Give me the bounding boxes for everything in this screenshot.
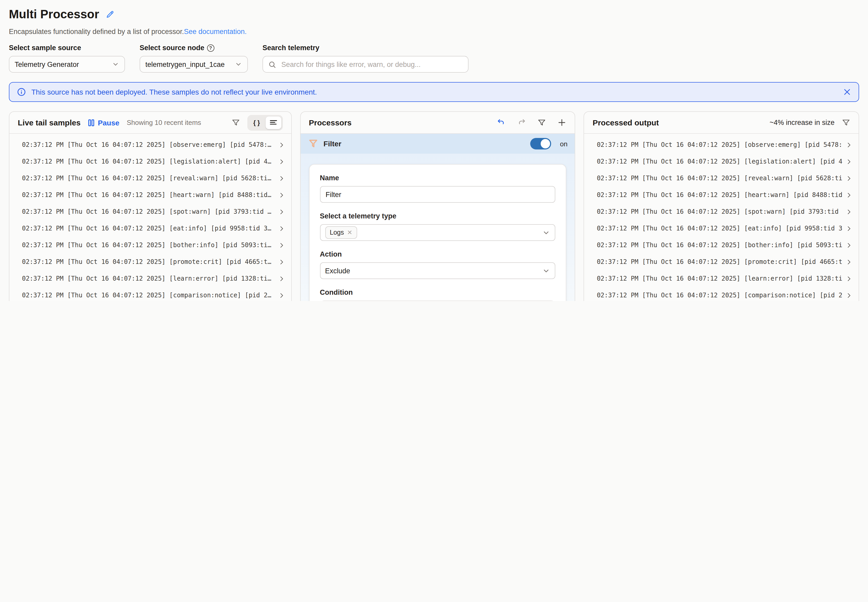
log-row[interactable]: 02:37:12 PM [Thu Oct 16 04:07:12 2025] […	[584, 203, 859, 220]
condition-label: Condition	[320, 289, 555, 296]
log-row[interactable]: 02:37:12 PM [Thu Oct 16 04:07:12 2025] […	[584, 187, 859, 203]
search-icon	[268, 60, 276, 68]
search-input[interactable]	[280, 60, 463, 69]
log-row[interactable]: 02:37:12 PM [Thu Oct 16 04:07:12 2025] […	[584, 220, 859, 237]
pause-button[interactable]: Pause	[88, 118, 120, 127]
log-row[interactable]: 02:37:12 PM [Thu Oct 16 04:07:12 2025] […	[584, 270, 859, 287]
processed-output-title: Processed output	[593, 118, 659, 127]
log-row[interactable]: 02:37:12 PM [Thu Oct 16 04:07:12 2025] […	[9, 153, 291, 170]
list-view-button[interactable]	[265, 116, 281, 129]
filter-form-card: Name Select a telemetry type Logs ✕	[309, 164, 566, 301]
live-tail-list: 02:37:12 PM [Thu Oct 16 04:07:12 2025] […	[9, 134, 291, 301]
edit-icon[interactable]	[105, 10, 114, 19]
log-row[interactable]: 02:37:12 PM [Thu Oct 16 04:07:12 2025] […	[584, 287, 859, 301]
chevron-right-icon[interactable]	[845, 292, 852, 299]
processed-output-panel: Processed output ~4% increase in size 02…	[584, 111, 859, 301]
help-icon[interactable]: ?	[207, 44, 214, 51]
log-row[interactable]: 02:37:12 PM [Thu Oct 16 04:07:12 2025] […	[9, 237, 291, 253]
name-input[interactable]	[320, 186, 555, 203]
filter-processor-header[interactable]: Filter on	[300, 134, 575, 154]
processors-title: Processors	[309, 118, 351, 127]
chevron-right-icon[interactable]	[845, 208, 852, 215]
log-row[interactable]: 02:37:12 PM [Thu Oct 16 04:07:12 2025] […	[9, 137, 291, 153]
chevron-down-icon	[235, 61, 242, 68]
page-subtitle: Encapsulates functionality defined by a …	[9, 28, 859, 35]
multi-processor-page: Multi Processor Encapsulates functionali…	[0, 0, 868, 301]
chevron-right-icon[interactable]	[278, 225, 285, 232]
chevron-down-icon	[112, 61, 119, 68]
processors-panel: Processors	[300, 111, 575, 301]
log-row[interactable]: 02:37:12 PM [Thu Oct 16 04:07:12 2025] […	[9, 203, 291, 220]
banner-text: This source has not been deployed. These…	[31, 88, 838, 96]
log-row[interactable]: 02:37:12 PM [Thu Oct 16 04:07:12 2025] […	[584, 137, 859, 153]
chevron-down-icon	[543, 229, 550, 236]
sample-source-label: Select sample source	[9, 44, 125, 52]
close-icon[interactable]	[843, 88, 851, 96]
live-tail-status: Showing 10 recent items	[127, 118, 201, 126]
size-note: ~4% increase in size	[770, 118, 834, 126]
chevron-right-icon[interactable]	[278, 242, 285, 249]
telemetry-chip: Logs ✕	[325, 226, 357, 239]
chevron-right-icon[interactable]	[278, 192, 285, 198]
filter-toggle[interactable]	[530, 138, 551, 149]
log-row[interactable]: 02:37:12 PM [Thu Oct 16 04:07:12 2025] […	[584, 153, 859, 170]
name-label: Name	[320, 174, 555, 182]
chevron-right-icon[interactable]	[845, 242, 852, 249]
log-row[interactable]: 02:37:12 PM [Thu Oct 16 04:07:12 2025] […	[9, 187, 291, 203]
chevron-down-icon	[543, 267, 550, 275]
log-row[interactable]: 02:37:12 PM [Thu Oct 16 04:07:12 2025] […	[584, 237, 859, 253]
log-row[interactable]: 02:37:12 PM [Thu Oct 16 04:07:12 2025] […	[9, 270, 291, 287]
chevron-right-icon[interactable]	[278, 292, 285, 299]
filter-processor-name: Filter	[323, 140, 525, 148]
see-documentation-link[interactable]: See documentation.	[184, 28, 246, 35]
filter-processor-icon	[308, 138, 318, 149]
pause-icon	[88, 119, 95, 126]
chevron-right-icon[interactable]	[845, 158, 852, 165]
chevron-right-icon[interactable]	[845, 192, 852, 198]
filter-form-section: Name Select a telemetry type Logs ✕	[300, 154, 575, 301]
chevron-right-icon[interactable]	[845, 225, 852, 232]
telemetry-type-label: Select a telemetry type	[320, 212, 555, 220]
search-telemetry-label: Search telemetry	[263, 44, 468, 52]
condition-expression[interactable]: IsMatch(body, "debug]") and IsMatch(body…	[320, 301, 555, 301]
info-icon	[17, 87, 26, 97]
log-row[interactable]: 02:37:12 PM [Thu Oct 16 04:07:12 2025] […	[9, 170, 291, 187]
log-row[interactable]: 02:37:12 PM [Thu Oct 16 04:07:12 2025] […	[584, 170, 859, 187]
live-tail-title: Live tail samples	[18, 118, 80, 127]
remove-chip-icon[interactable]: ✕	[347, 229, 352, 236]
chevron-right-icon[interactable]	[278, 258, 285, 265]
live-tail-panel: Live tail samples Pause Showing 10 recen…	[9, 111, 291, 301]
sample-source-select[interactable]: Telemetry Generator	[9, 56, 125, 73]
chevron-right-icon[interactable]	[278, 175, 285, 181]
filter-icon[interactable]	[538, 118, 546, 127]
chevron-right-icon[interactable]	[845, 258, 852, 265]
chevron-right-icon[interactable]	[845, 141, 852, 148]
telemetry-type-select[interactable]: Logs ✕	[320, 224, 555, 241]
chevron-right-icon[interactable]	[278, 141, 285, 148]
log-row[interactable]: 02:37:12 PM [Thu Oct 16 04:07:12 2025] […	[584, 253, 859, 270]
toggle-state-label: on	[560, 140, 568, 147]
source-node-select[interactable]: telemetrygen_input_1cae	[140, 56, 248, 73]
list-view-icon	[269, 120, 277, 126]
source-node-label: Select source node ?	[140, 44, 248, 52]
search-telemetry-box[interactable]	[263, 56, 468, 73]
chevron-right-icon[interactable]	[278, 275, 285, 282]
undo-icon[interactable]	[497, 118, 506, 127]
chevron-right-icon[interactable]	[845, 175, 852, 181]
action-label: Action	[320, 250, 555, 258]
log-row[interactable]: 02:37:12 PM [Thu Oct 16 04:07:12 2025] […	[9, 220, 291, 237]
redo-icon[interactable]	[517, 118, 526, 127]
page-title: Multi Processor	[9, 7, 99, 22]
filter-icon[interactable]	[842, 118, 850, 127]
add-icon[interactable]	[558, 118, 566, 127]
action-select[interactable]: Exclude	[320, 262, 555, 279]
log-row[interactable]: 02:37:12 PM [Thu Oct 16 04:07:12 2025] […	[9, 253, 291, 270]
chevron-right-icon[interactable]	[278, 208, 285, 215]
log-row[interactable]: 02:37:12 PM [Thu Oct 16 04:07:12 2025] […	[9, 287, 291, 301]
chevron-right-icon[interactable]	[278, 158, 285, 165]
deployment-banner: This source has not been deployed. These…	[9, 82, 859, 102]
chevron-right-icon[interactable]	[845, 275, 852, 282]
filter-icon[interactable]	[231, 118, 240, 127]
processed-output-list: 02:37:12 PM [Thu Oct 16 04:07:12 2025] […	[584, 134, 859, 301]
code-view-button[interactable]: { }	[249, 116, 264, 129]
